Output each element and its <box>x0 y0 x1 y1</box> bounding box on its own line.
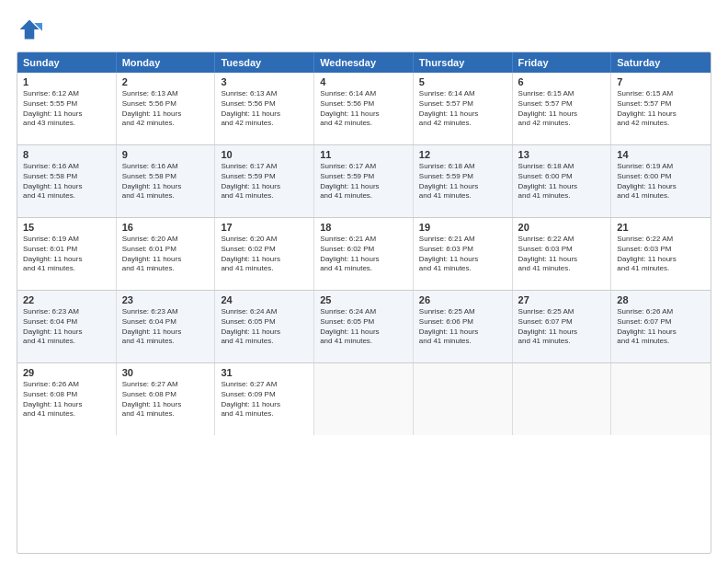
cell-info: Sunrise: 6:13 AM Sunset: 5:56 PM Dayligh… <box>122 89 210 129</box>
calendar-cell: 4Sunrise: 6:14 AM Sunset: 5:56 PM Daylig… <box>314 73 414 144</box>
calendar-cell: 15Sunrise: 6:19 AM Sunset: 6:01 PM Dayli… <box>17 218 117 290</box>
calendar-cell: 30Sunrise: 6:27 AM Sunset: 6:08 PM Dayli… <box>117 363 216 435</box>
calendar-row: 8Sunrise: 6:16 AM Sunset: 5:58 PM Daylig… <box>17 145 711 218</box>
cell-info: Sunrise: 6:25 AM Sunset: 6:06 PM Dayligh… <box>419 307 506 347</box>
calendar-cell: 18Sunrise: 6:21 AM Sunset: 6:02 PM Dayli… <box>314 218 414 290</box>
calendar-cell: 10Sunrise: 6:17 AM Sunset: 5:59 PM Dayli… <box>215 145 314 217</box>
cell-info: Sunrise: 6:24 AM Sunset: 6:05 PM Dayligh… <box>221 307 308 347</box>
calendar-row: 1Sunrise: 6:12 AM Sunset: 5:55 PM Daylig… <box>17 73 711 145</box>
logo-icon <box>17 17 42 42</box>
calendar-cell: 21Sunrise: 6:22 AM Sunset: 6:03 PM Dayli… <box>611 218 711 290</box>
calendar-cell: 3Sunrise: 6:13 AM Sunset: 5:56 PM Daylig… <box>215 73 314 144</box>
day-number: 31 <box>221 367 308 378</box>
calendar-cell: 6Sunrise: 6:15 AM Sunset: 5:57 PM Daylig… <box>513 73 612 144</box>
day-number: 18 <box>320 222 407 233</box>
cell-info: Sunrise: 6:27 AM Sunset: 6:08 PM Dayligh… <box>122 380 210 419</box>
calendar-cell: 31Sunrise: 6:27 AM Sunset: 6:09 PM Dayli… <box>215 363 314 435</box>
day-number: 8 <box>23 149 110 160</box>
calendar-cell: 29Sunrise: 6:26 AM Sunset: 6:08 PM Dayli… <box>17 363 117 435</box>
calendar-cell: 22Sunrise: 6:23 AM Sunset: 6:04 PM Dayli… <box>17 291 117 362</box>
cell-info: Sunrise: 6:19 AM Sunset: 6:01 PM Dayligh… <box>23 235 110 274</box>
cell-info: Sunrise: 6:27 AM Sunset: 6:09 PM Dayligh… <box>221 380 308 419</box>
day-number: 19 <box>419 222 506 233</box>
calendar-cell: 2Sunrise: 6:13 AM Sunset: 5:56 PM Daylig… <box>117 73 216 144</box>
cell-info: Sunrise: 6:18 AM Sunset: 6:00 PM Dayligh… <box>518 162 606 201</box>
calendar-cell <box>414 363 513 435</box>
page: SundayMondayTuesdayWednesdayThursdayFrid… <box>0 0 728 563</box>
cell-info: Sunrise: 6:26 AM Sunset: 6:07 PM Dayligh… <box>617 307 705 347</box>
calendar-cell: 19Sunrise: 6:21 AM Sunset: 6:03 PM Dayli… <box>414 218 513 290</box>
cell-info: Sunrise: 6:22 AM Sunset: 6:03 PM Dayligh… <box>518 235 606 274</box>
day-number: 5 <box>419 76 506 87</box>
calendar: SundayMondayTuesdayWednesdayThursdayFrid… <box>17 52 711 554</box>
cell-info: Sunrise: 6:22 AM Sunset: 6:03 PM Dayligh… <box>617 235 705 274</box>
calendar-cell: 20Sunrise: 6:22 AM Sunset: 6:03 PM Dayli… <box>513 218 612 290</box>
calendar-cell: 12Sunrise: 6:18 AM Sunset: 5:59 PM Dayli… <box>414 145 513 217</box>
day-number: 23 <box>122 294 210 305</box>
calendar-row: 29Sunrise: 6:26 AM Sunset: 6:08 PM Dayli… <box>17 363 711 435</box>
column-header-friday: Friday <box>513 52 612 73</box>
day-number: 20 <box>518 222 606 233</box>
calendar-cell: 9Sunrise: 6:16 AM Sunset: 5:58 PM Daylig… <box>117 145 216 217</box>
cell-info: Sunrise: 6:18 AM Sunset: 5:59 PM Dayligh… <box>419 162 506 201</box>
cell-info: Sunrise: 6:16 AM Sunset: 5:58 PM Dayligh… <box>122 162 210 201</box>
day-number: 15 <box>23 222 110 233</box>
day-number: 7 <box>617 76 705 87</box>
column-header-wednesday: Wednesday <box>314 52 414 73</box>
day-number: 30 <box>122 367 210 378</box>
day-number: 13 <box>518 149 606 160</box>
day-number: 3 <box>221 76 308 87</box>
day-number: 24 <box>221 294 308 305</box>
cell-info: Sunrise: 6:14 AM Sunset: 5:57 PM Dayligh… <box>419 89 506 129</box>
cell-info: Sunrise: 6:20 AM Sunset: 6:01 PM Dayligh… <box>122 235 210 274</box>
cell-info: Sunrise: 6:20 AM Sunset: 6:02 PM Dayligh… <box>221 235 308 274</box>
day-number: 10 <box>221 149 308 160</box>
day-number: 12 <box>419 149 506 160</box>
logo <box>17 17 46 42</box>
day-number: 25 <box>320 294 407 305</box>
day-number: 11 <box>320 149 407 160</box>
day-number: 26 <box>419 294 506 305</box>
calendar-cell: 8Sunrise: 6:16 AM Sunset: 5:58 PM Daylig… <box>17 145 117 217</box>
calendar-body: 1Sunrise: 6:12 AM Sunset: 5:55 PM Daylig… <box>17 73 711 435</box>
cell-info: Sunrise: 6:25 AM Sunset: 6:07 PM Dayligh… <box>518 307 606 347</box>
calendar-cell: 5Sunrise: 6:14 AM Sunset: 5:57 PM Daylig… <box>414 73 513 144</box>
calendar-cell: 13Sunrise: 6:18 AM Sunset: 6:00 PM Dayli… <box>513 145 612 217</box>
day-number: 4 <box>320 76 407 87</box>
day-number: 16 <box>122 222 210 233</box>
calendar-cell: 28Sunrise: 6:26 AM Sunset: 6:07 PM Dayli… <box>611 291 711 362</box>
cell-info: Sunrise: 6:16 AM Sunset: 5:58 PM Dayligh… <box>23 162 110 201</box>
day-number: 29 <box>23 367 110 378</box>
calendar-cell: 11Sunrise: 6:17 AM Sunset: 5:59 PM Dayli… <box>314 145 414 217</box>
calendar-cell: 17Sunrise: 6:20 AM Sunset: 6:02 PM Dayli… <box>215 218 314 290</box>
cell-info: Sunrise: 6:17 AM Sunset: 5:59 PM Dayligh… <box>320 162 407 201</box>
cell-info: Sunrise: 6:23 AM Sunset: 6:04 PM Dayligh… <box>122 307 210 347</box>
column-header-sunday: Sunday <box>17 52 117 73</box>
calendar-cell: 23Sunrise: 6:23 AM Sunset: 6:04 PM Dayli… <box>117 291 216 362</box>
day-number: 21 <box>617 222 705 233</box>
calendar-cell <box>611 363 711 435</box>
cell-info: Sunrise: 6:17 AM Sunset: 5:59 PM Dayligh… <box>221 162 308 201</box>
calendar-cell <box>513 363 612 435</box>
cell-info: Sunrise: 6:21 AM Sunset: 6:03 PM Dayligh… <box>419 235 506 274</box>
calendar-cell: 16Sunrise: 6:20 AM Sunset: 6:01 PM Dayli… <box>117 218 216 290</box>
column-header-thursday: Thursday <box>414 52 513 73</box>
day-number: 14 <box>617 149 705 160</box>
cell-info: Sunrise: 6:26 AM Sunset: 6:08 PM Dayligh… <box>23 380 110 419</box>
calendar-row: 22Sunrise: 6:23 AM Sunset: 6:04 PM Dayli… <box>17 291 711 363</box>
svg-marker-0 <box>20 20 40 40</box>
calendar-cell: 1Sunrise: 6:12 AM Sunset: 5:55 PM Daylig… <box>17 73 117 144</box>
day-number: 28 <box>617 294 705 305</box>
column-header-tuesday: Tuesday <box>215 52 314 73</box>
calendar-cell: 7Sunrise: 6:15 AM Sunset: 5:57 PM Daylig… <box>611 73 711 144</box>
day-number: 17 <box>221 222 308 233</box>
cell-info: Sunrise: 6:15 AM Sunset: 5:57 PM Dayligh… <box>518 89 606 129</box>
cell-info: Sunrise: 6:21 AM Sunset: 6:02 PM Dayligh… <box>320 235 407 274</box>
day-number: 1 <box>23 76 110 87</box>
cell-info: Sunrise: 6:24 AM Sunset: 6:05 PM Dayligh… <box>320 307 407 347</box>
calendar-cell: 27Sunrise: 6:25 AM Sunset: 6:07 PM Dayli… <box>513 291 612 362</box>
cell-info: Sunrise: 6:15 AM Sunset: 5:57 PM Dayligh… <box>617 89 705 129</box>
calendar-header: SundayMondayTuesdayWednesdayThursdayFrid… <box>17 52 711 73</box>
cell-info: Sunrise: 6:23 AM Sunset: 6:04 PM Dayligh… <box>23 307 110 347</box>
calendar-cell: 14Sunrise: 6:19 AM Sunset: 6:00 PM Dayli… <box>611 145 711 217</box>
